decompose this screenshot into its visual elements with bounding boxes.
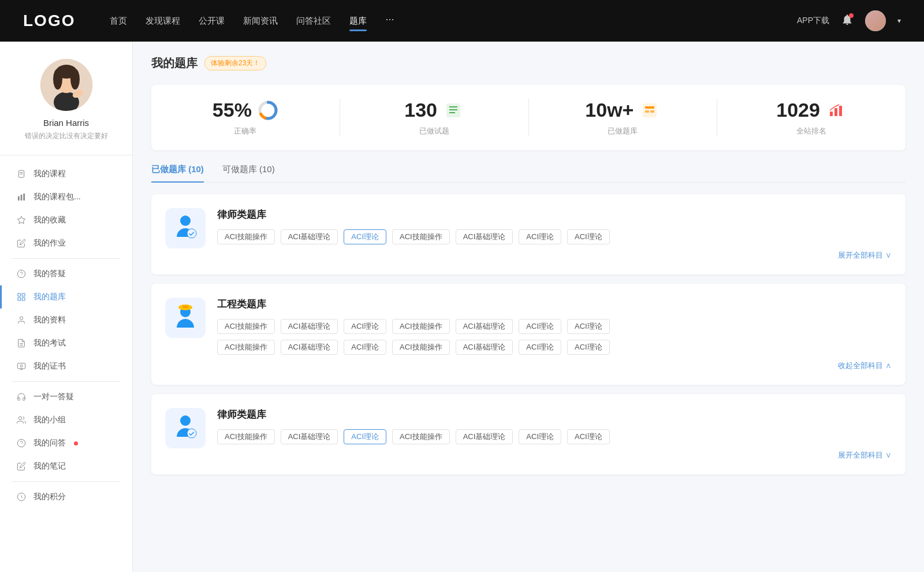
stat-questions-done-label: 已做试题 bbox=[419, 126, 449, 136]
law2-tag-5[interactable]: ACI理论 bbox=[519, 429, 561, 444]
nav-discover[interactable]: 发现课程 bbox=[146, 13, 180, 29]
tag-5[interactable]: ACI理论 bbox=[519, 229, 561, 244]
nav-news[interactable]: 新闻资讯 bbox=[243, 13, 278, 29]
svg-point-44 bbox=[187, 229, 196, 238]
page-title: 我的题库 bbox=[151, 55, 198, 71]
eng-tag-8[interactable]: ACI基础理论 bbox=[281, 340, 338, 355]
svg-point-25 bbox=[18, 417, 21, 419]
svg-rect-23 bbox=[17, 363, 25, 369]
donut-icon bbox=[258, 100, 278, 121]
eng-tag-3[interactable]: ACI技能操作 bbox=[392, 319, 450, 334]
sidebar-item-1v1[interactable]: 一对一答疑 bbox=[0, 385, 132, 408]
main-layout: Brian Harris 错误的决定比没有决定要好 我的课程 我的课程包... bbox=[0, 42, 924, 572]
stat-questions-done-value: 130 bbox=[404, 99, 437, 121]
svg-point-24 bbox=[20, 365, 23, 367]
tag-6[interactable]: ACI理论 bbox=[567, 229, 610, 244]
tag-1[interactable]: ACI基础理论 bbox=[281, 229, 338, 244]
sidebar-item-qa[interactable]: 我的答疑 bbox=[0, 262, 132, 285]
trial-badge: 体验剩余23天！ bbox=[204, 56, 266, 70]
star-icon bbox=[16, 215, 27, 225]
svg-rect-18 bbox=[18, 298, 21, 300]
svg-point-50 bbox=[187, 429, 196, 438]
law2-tag-2[interactable]: ACI理论 bbox=[344, 429, 386, 444]
eng-tag-13[interactable]: ACI理论 bbox=[567, 340, 610, 355]
eng-tag-11[interactable]: ACI基础理论 bbox=[456, 340, 513, 355]
sidebar-item-notes[interactable]: 我的笔记 bbox=[0, 455, 132, 478]
group-icon bbox=[16, 415, 27, 425]
svg-rect-38 bbox=[645, 110, 649, 113]
sidebar-item-qbank[interactable]: 我的题库 bbox=[0, 285, 132, 309]
sidebar-menu: 我的课程 我的课程包... 我的收藏 我的作业 bbox=[0, 162, 132, 508]
qbank-title-engineer: 工程类题库 bbox=[217, 298, 892, 311]
svg-rect-19 bbox=[22, 298, 25, 300]
eng-tag-0[interactable]: ACI技能操作 bbox=[217, 319, 275, 334]
sidebar-item-qna[interactable]: 我的问答 bbox=[0, 432, 132, 455]
nav-qa[interactable]: 问答社区 bbox=[296, 13, 331, 29]
user-avatar[interactable] bbox=[865, 10, 886, 31]
law2-tag-6[interactable]: ACI理论 bbox=[567, 429, 610, 444]
stat-qbanks-done-label: 已做题库 bbox=[608, 126, 638, 136]
sidebar-item-course-pack[interactable]: 我的课程包... bbox=[0, 185, 132, 209]
sidebar-item-favorites[interactable]: 我的收藏 bbox=[0, 209, 132, 232]
qbank-card-lawyer-2: 律师类题库 ACI技能操作 ACI基础理论 ACI理论 ACI技能操作 ACI基… bbox=[151, 394, 906, 474]
tab-available[interactable]: 可做题库 (10) bbox=[222, 164, 275, 182]
tab-done[interactable]: 已做题库 (10) bbox=[151, 164, 204, 182]
logo[interactable]: LOGO bbox=[23, 12, 75, 30]
eng-tag-4[interactable]: ACI基础理论 bbox=[456, 319, 513, 334]
law2-tag-1[interactable]: ACI基础理论 bbox=[281, 429, 338, 444]
grid-icon bbox=[16, 292, 27, 302]
svg-rect-48 bbox=[182, 306, 188, 308]
qbank-header-engineer: 工程类题库 ACI技能操作 ACI基础理论 ACI理论 ACI技能操作 ACI基… bbox=[165, 298, 892, 371]
sidebar-item-points[interactable]: 我的积分 bbox=[0, 485, 132, 508]
nav-more[interactable]: ··· bbox=[385, 13, 394, 29]
qbank-title-lawyer-1: 律师类题库 bbox=[217, 208, 892, 221]
svg-rect-39 bbox=[650, 110, 654, 113]
eng-tag-9[interactable]: ACI理论 bbox=[344, 340, 386, 355]
eng-tag-12[interactable]: ACI理论 bbox=[519, 340, 561, 355]
qbank-info-lawyer-1: 律师类题库 ACI技能操作 ACI基础理论 ACI理论 ACI技能操作 ACI基… bbox=[217, 208, 892, 261]
top-navigation: LOGO 首页 发现课程 公开课 新闻资讯 问答社区 题库 ··· APP下载 … bbox=[0, 0, 924, 42]
stat-questions-done-top: 130 bbox=[404, 99, 464, 121]
sidebar-item-homework[interactable]: 我的作业 bbox=[0, 232, 132, 255]
law2-tag-3[interactable]: ACI技能操作 bbox=[392, 429, 450, 444]
sidebar-item-profile[interactable]: 我的资料 bbox=[0, 309, 132, 332]
eng-tag-10[interactable]: ACI技能操作 bbox=[392, 340, 450, 355]
expand-button-lawyer-2[interactable]: 展开全部科目 ∨ bbox=[217, 450, 892, 460]
expand-button-lawyer-1[interactable]: 展开全部科目 ∨ bbox=[217, 250, 892, 261]
nav-links: 首页 发现课程 公开课 新闻资讯 问答社区 题库 ··· bbox=[110, 13, 797, 29]
sidebar-item-group[interactable]: 我的小组 bbox=[0, 408, 132, 432]
tag-4[interactable]: ACI基础理论 bbox=[456, 229, 513, 244]
sidebar-item-my-course[interactable]: 我的课程 bbox=[0, 162, 132, 185]
app-download-link[interactable]: APP下载 bbox=[797, 16, 829, 26]
eng-tag-5[interactable]: ACI理论 bbox=[519, 319, 561, 334]
svg-rect-17 bbox=[22, 294, 25, 296]
eng-tag-6[interactable]: ACI理论 bbox=[567, 319, 610, 334]
nav-home[interactable]: 首页 bbox=[110, 13, 127, 29]
tag-3[interactable]: ACI技能操作 bbox=[392, 229, 450, 244]
eng-tag-1[interactable]: ACI基础理论 bbox=[281, 319, 338, 334]
edit-icon bbox=[16, 238, 27, 248]
law2-tag-4[interactable]: ACI基础理论 bbox=[456, 429, 513, 444]
points-icon bbox=[16, 492, 27, 502]
qbank-header-lawyer-2: 律师类题库 ACI技能操作 ACI基础理论 ACI理论 ACI技能操作 ACI基… bbox=[165, 408, 892, 460]
page-header: 我的题库 体验剩余23天！ bbox=[151, 55, 906, 71]
nav-qbank[interactable]: 题库 bbox=[349, 13, 367, 29]
law2-tag-0[interactable]: ACI技能操作 bbox=[217, 429, 275, 444]
eng-tag-2[interactable]: ACI理论 bbox=[344, 319, 386, 334]
tag-0[interactable]: ACI技能操作 bbox=[217, 229, 275, 244]
sidebar-item-certificate[interactable]: 我的证书 bbox=[0, 355, 132, 378]
sidebar-item-exam[interactable]: 我的考试 bbox=[0, 332, 132, 355]
eng-tag-7[interactable]: ACI技能操作 bbox=[217, 340, 275, 355]
qbank-info-lawyer-2: 律师类题库 ACI技能操作 ACI基础理论 ACI理论 ACI技能操作 ACI基… bbox=[217, 408, 892, 460]
nav-open-course[interactable]: 公开课 bbox=[199, 13, 225, 29]
notification-bell[interactable] bbox=[841, 13, 854, 28]
tag-2[interactable]: ACI理论 bbox=[344, 229, 386, 244]
svg-point-4 bbox=[53, 69, 62, 90]
svg-point-5 bbox=[70, 69, 80, 90]
avatar-chevron-icon[interactable]: ▾ bbox=[897, 17, 901, 25]
stat-accuracy-value: 55% bbox=[213, 99, 252, 121]
list-icon bbox=[443, 100, 464, 121]
stat-accuracy-label: 正确率 bbox=[234, 126, 256, 136]
svg-marker-13 bbox=[17, 216, 25, 224]
expand-button-engineer[interactable]: 收起全部科目 ∧ bbox=[217, 361, 892, 371]
